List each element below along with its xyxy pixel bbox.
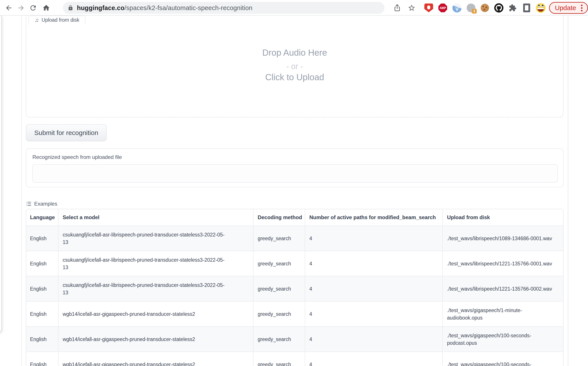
cell-model: wgb14/icefall-asr-gigaspeech-pruned-tran… [59,327,254,351]
extensions-menu-button[interactable] [508,3,517,13]
share-icon [393,4,401,12]
cell-num-paths: 4 [305,352,443,366]
cell-model: csukuangfj/icefall-asr-librispeech-prune… [59,251,254,276]
github-icon [494,3,504,13]
table-row[interactable]: English csukuangfj/icefall-asr-librispee… [26,251,563,276]
recognized-speech-textarea[interactable] [32,164,558,183]
page-scrollbar[interactable] [568,15,568,366]
cell-model: csukuangfj/icefall-asr-librispeech-prune… [59,276,254,301]
dropzone-line2: - or - [26,62,564,71]
table-row[interactable]: English wgb14/icefall-asr-gigaspeech-pru… [26,351,563,366]
cell-decoding: greedy_search [254,226,305,251]
cell-decoding: greedy_search [254,352,305,366]
side-panel-extension-button[interactable] [522,3,531,13]
list-icon [26,201,31,207]
chrome-update-button[interactable]: Update [549,2,588,14]
cell-num-paths: 4 [305,226,443,251]
v-circle-icon: V [452,3,462,13]
extension-badge: 1 [472,9,477,14]
examples-label: Examples [34,201,57,207]
tab-upload-from-disk[interactable]: ♫ Upload from disk [29,15,85,24]
url-domain: huggingface.co [77,4,124,11]
cell-decoding: greedy_search [254,327,305,351]
smiley-extension-button[interactable] [536,3,545,13]
panel-rect-icon [523,3,530,12]
cell-num-paths: 4 [305,327,443,351]
col-header-language: Language [26,209,59,226]
back-button[interactable] [4,3,14,13]
cell-upload-path: ./test_wavs/librispeech/1221-135766-0001… [443,251,563,276]
background-window-edge [0,14,2,333]
music-note-icon: ♫ [35,17,39,23]
table-row[interactable]: English wgb14/icefall-asr-gigaspeech-pru… [26,301,563,326]
abp-octagon-icon: ABP [438,3,447,12]
smiley-icon [536,3,545,13]
cell-language: English [26,302,59,326]
cell-num-paths: 4 [305,302,443,326]
ublock-shield-icon [424,3,433,12]
back-icon [5,4,13,12]
dropzone-line1: Drop Audio Here [26,48,564,58]
reload-button[interactable] [28,3,38,13]
table-row[interactable]: English csukuangfj/icefall-asr-librispee… [26,226,563,251]
cell-language: English [26,251,59,276]
cell-language: English [26,327,59,351]
vimium-extension-button[interactable]: V [452,3,462,13]
cell-upload-path: ./test_wavs/gigaspeech/100-seconds- podc… [443,327,563,351]
forward-button[interactable] [16,3,26,13]
badged-extension-button[interactable]: 1 [466,3,476,13]
col-header-model: Select a model [59,209,254,226]
cookie-extension-button[interactable] [480,3,490,13]
puzzle-icon [509,4,517,12]
adblock-plus-extension-button[interactable]: ABP [438,3,448,13]
lock-icon [68,5,73,11]
page-left-divider [22,15,22,366]
gray-circle-icon: 1 [467,3,475,12]
output-label: Recognized speech from uploaded file [32,154,122,160]
ublock-extension-button[interactable] [424,3,434,13]
col-header-num-paths: Number of active paths for modified_beam… [305,209,443,226]
home-button[interactable] [41,3,51,13]
cell-language: English [26,352,59,366]
examples-header: Examples [26,201,57,207]
col-header-decoding: Decoding method [254,209,305,226]
cell-decoding: greedy_search [254,302,305,326]
browser-toolbar: huggingface.co/spaces/k2-fsa/automatic-s… [0,0,588,15]
bookmark-star-button[interactable] [407,3,416,13]
url-text: huggingface.co/spaces/k2-fsa/automatic-s… [77,4,252,12]
cell-decoding: greedy_search [254,276,305,301]
cell-language: English [26,226,59,251]
screen: huggingface.co/spaces/k2-fsa/automatic-s… [0,0,588,366]
github-extension-button[interactable] [494,3,504,13]
cell-model: wgb14/icefall-asr-gigaspeech-pruned-tran… [59,352,254,366]
update-label: Update [555,4,576,12]
col-header-upload: Upload from disk [443,209,563,226]
address-bar[interactable]: huggingface.co/spaces/k2-fsa/automatic-s… [63,2,384,14]
star-icon [408,4,415,12]
cell-model: csukuangfj/icefall-asr-librispeech-prune… [59,226,254,251]
chrome-menu-icon[interactable] [580,4,583,12]
cell-model: wgb14/icefall-asr-gigaspeech-pruned-tran… [59,302,254,326]
examples-table: Language Select a model Decoding method … [26,209,564,366]
forward-icon [17,4,25,12]
cell-upload-path: ./test_wavs/gigaspeech/100-seconds- [443,352,563,366]
table-header-row: Language Select a model Decoding method … [26,209,563,226]
cell-num-paths: 4 [305,276,443,301]
dropzone-line3: Click to Upload [26,72,564,82]
cell-upload-path: ./test_wavs/gigaspeech/1-minute- audiobo… [443,302,563,326]
submit-button[interactable]: Submit for recognition [26,124,107,141]
cell-upload-path: ./test_wavs/librispeech/1221-135766-0002… [443,276,563,301]
url-path: /spaces/k2-fsa/automatic-speech-recognit… [124,4,252,11]
output-group: Recognized speech from uploaded file [26,148,564,187]
cell-upload-path: ./test_wavs/librispeech/1089-134686-0001… [443,226,563,251]
cell-decoding: greedy_search [254,251,305,276]
share-button[interactable] [392,3,402,13]
reload-icon [29,4,37,12]
tab-label: Upload from disk [42,17,80,23]
cookie-icon [481,4,489,12]
cell-language: English [26,276,59,301]
table-row[interactable]: English csukuangfj/icefall-asr-librispee… [26,276,563,301]
cell-num-paths: 4 [305,251,443,276]
home-icon [42,4,50,12]
table-row[interactable]: English wgb14/icefall-asr-gigaspeech-pru… [26,326,563,351]
